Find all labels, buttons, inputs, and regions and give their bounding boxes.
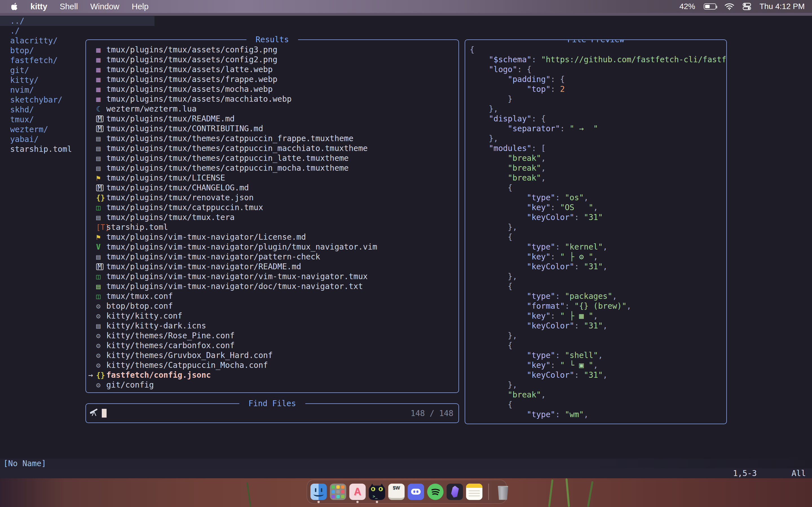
code-line: { xyxy=(470,232,726,242)
result-item[interactable]: ▦tmux/plugins/tmux/assets/latte.webp xyxy=(86,64,457,74)
code-line: "modules": [ xyxy=(470,144,726,153)
conf-file-icon: ⚙ xyxy=(96,311,106,321)
dock-discord-icon[interactable] xyxy=(408,484,424,500)
result-item-selected[interactable]: →{}fastfetch/config.jsonc xyxy=(86,370,457,380)
result-item-label: kitty/themes/Rose_Pine.conf xyxy=(106,331,235,340)
dock-obsidian-icon[interactable] xyxy=(447,484,463,500)
menu-item-window[interactable]: Window xyxy=(90,2,119,11)
result-item[interactable]: Mtmux/plugins/tmux/CONTRIBUTING.md xyxy=(86,124,457,133)
dock-kitty-icon[interactable]: >_ xyxy=(369,484,385,500)
image-file-icon: ▦ xyxy=(96,45,106,55)
result-item[interactable]: ⚑tmux/plugins/tmux/LICENSE xyxy=(86,173,457,183)
result-item[interactable]: {}tmux/plugins/tmux/renovate.json xyxy=(86,193,457,203)
result-item[interactable]: ▤tmux/plugins/tmux/tmux.tera xyxy=(86,212,457,222)
result-item[interactable]: ⚙kitty/themes/Catppuccin_Mocha.conf xyxy=(86,360,457,370)
dock-notes-icon[interactable] xyxy=(466,484,483,500)
sidebar-item[interactable]: git/ xyxy=(10,65,72,75)
lua-file-icon: ☾ xyxy=(96,104,106,114)
result-item[interactable]: ⚙kitty/themes/Rose_Pine.conf xyxy=(86,331,457,341)
dock-spotify-icon[interactable] xyxy=(427,484,444,500)
result-item-label: kitty/kitty-dark.icns xyxy=(106,321,206,330)
result-item[interactable]: ▦tmux/plugins/tmux/assets/macchiato.webp xyxy=(86,94,457,104)
result-item[interactable]: ⚙btop/btop.conf xyxy=(86,301,457,311)
sidebar-item[interactable]: yabai/ xyxy=(10,134,72,144)
dock-finder-icon[interactable] xyxy=(310,484,327,500)
battery-percent: 42% xyxy=(679,2,695,11)
code-line: }, xyxy=(470,133,726,144)
sidebar-item[interactable]: wezterm/ xyxy=(10,124,72,134)
code-line: "key": " ├ ▦ ", xyxy=(470,311,726,321)
result-item[interactable]: ⚙kitty/kitty.conf xyxy=(86,311,457,321)
dock-trash-icon[interactable] xyxy=(495,484,511,500)
dock-keycap-icon[interactable]: $W xyxy=(388,484,405,500)
menu-item-shell[interactable]: Shell xyxy=(60,2,78,11)
result-item-label: tmux/plugins/tmux/CONTRIBUTING.md xyxy=(106,124,263,133)
code-line: "type": "kernel", xyxy=(470,242,726,252)
code-line: "type": "wm", xyxy=(470,409,726,419)
result-item[interactable]: ▤tmux/plugins/vim-tmux-navigator/pattern… xyxy=(86,252,457,262)
result-item-label: kitty/kitty.conf xyxy=(106,311,183,321)
sidebar-item[interactable]: tmux/ xyxy=(10,115,72,124)
menu-app-name[interactable]: kitty xyxy=(31,2,47,11)
result-item-label: btop/btop.conf xyxy=(106,301,173,311)
result-item[interactable]: Mtmux/plugins/tmux/CHANGELOG.md xyxy=(86,183,457,193)
result-item[interactable]: Vtmux/plugins/vim-tmux-navigator/plugin/… xyxy=(86,242,457,252)
sidebar-item[interactable]: starship.toml xyxy=(10,144,72,154)
result-item[interactable]: ◫tmux/plugins/vim-tmux-navigator/vim-tmu… xyxy=(86,272,457,281)
result-item[interactable]: ▤kitty/kitty-dark.icns xyxy=(86,321,457,331)
result-item[interactable]: ⚑tmux/plugins/vim-tmux-navigator/License… xyxy=(86,232,457,242)
toml-file-icon: [T] xyxy=(96,223,106,232)
result-item[interactable]: ⚙kitty/themes/carbonfox.conf xyxy=(86,341,457,350)
dock: A >_ $W xyxy=(307,480,507,504)
result-item-label: tmux/plugins/tmux/themes/catppuccin_latt… xyxy=(106,154,349,163)
result-item[interactable]: ◫tmux/tmux.conf xyxy=(86,291,457,301)
result-item[interactable]: ▦tmux/plugins/tmux/assets/config2.png xyxy=(86,55,457,64)
result-item[interactable]: ⚙kitty/themes/Gruvbox_Dark_Hard.conf xyxy=(86,350,457,360)
code-line: }, xyxy=(470,222,726,232)
sidebar-item[interactable]: btop/ xyxy=(10,46,72,55)
control-center-icon[interactable] xyxy=(743,3,751,10)
result-item[interactable]: ▤tmux/plugins/vim-tmux-navigator/doc/tmu… xyxy=(86,281,457,291)
license-file-icon: ⚑ xyxy=(96,232,106,242)
result-item[interactable]: ⚙git/config xyxy=(86,380,457,390)
sidebar-item[interactable]: alacritty/ xyxy=(10,36,72,46)
result-item[interactable]: ▦tmux/plugins/tmux/assets/frappe.webp xyxy=(86,74,457,84)
wifi-icon[interactable] xyxy=(725,3,734,10)
doc-file-icon: ▤ xyxy=(96,144,106,153)
sidebar-item[interactable]: nvim/ xyxy=(10,85,72,95)
conf-file-icon: ⚙ xyxy=(96,341,106,350)
result-item[interactable]: ▦tmux/plugins/tmux/assets/config3.png xyxy=(86,45,457,55)
result-item[interactable]: Mtmux/plugins/vim-tmux-navigator/README.… xyxy=(86,262,457,272)
result-item[interactable]: ▤tmux/plugins/tmux/themes/catppuccin_fra… xyxy=(86,133,457,144)
result-item[interactable]: [T]starship.toml xyxy=(86,222,457,232)
result-item[interactable]: ▤tmux/plugins/tmux/themes/catppuccin_mac… xyxy=(86,144,457,153)
dock-launchpad-icon[interactable] xyxy=(330,484,346,500)
result-item[interactable]: ◫tmux/plugins/tmux/catppuccin.tmux xyxy=(86,203,457,212)
search-cursor[interactable] xyxy=(102,409,107,418)
menu-clock[interactable]: Thu 4:12 PM xyxy=(760,2,805,11)
result-item[interactable]: ☾wezterm/wezterm.lua xyxy=(86,104,457,114)
code-line: "type": "packages", xyxy=(470,291,726,301)
sidebar-item[interactable]: ./ xyxy=(10,26,72,36)
code-line: "break", xyxy=(470,153,726,163)
result-item-label: tmux/plugins/tmux/tmux.tera xyxy=(106,213,235,222)
code-line: "top": 2 xyxy=(470,84,726,94)
sidebar-item[interactable]: kitty/ xyxy=(10,75,72,85)
sidebar-item[interactable]: ../ xyxy=(10,16,72,26)
sidebar-item[interactable]: fastfetch/ xyxy=(10,55,72,65)
find-files-panel[interactable]: Find Files 148 / 148 xyxy=(86,403,459,423)
dock-arc-icon[interactable]: A xyxy=(349,484,366,500)
menu-item-help[interactable]: Help xyxy=(132,2,149,11)
sidebar-item[interactable]: skhd/ xyxy=(10,105,72,115)
result-item[interactable]: ▦tmux/plugins/tmux/assets/mocha.webp xyxy=(86,84,457,94)
battery-icon[interactable] xyxy=(704,3,716,10)
results-panel: Results ▦tmux/plugins/tmux/assets/config… xyxy=(86,40,459,393)
code-line: "key": " ├ ⚙ ", xyxy=(470,252,726,262)
image-file-icon: ▦ xyxy=(96,75,106,84)
result-item[interactable]: Mtmux/plugins/tmux/README.md xyxy=(86,114,457,124)
sidebar-item[interactable]: sketchybar/ xyxy=(10,95,72,105)
result-item[interactable]: ▤tmux/plugins/tmux/themes/catppuccin_lat… xyxy=(86,153,457,163)
apple-menu-icon[interactable] xyxy=(11,3,18,10)
results-title: Results xyxy=(246,35,298,44)
result-item[interactable]: ▤tmux/plugins/tmux/themes/catppuccin_moc… xyxy=(86,163,457,173)
